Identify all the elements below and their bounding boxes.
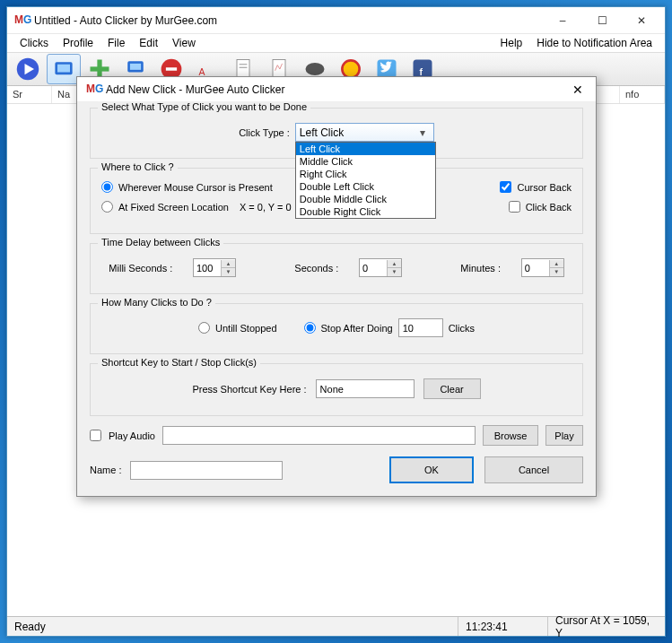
click-type-legend: Select What Type of Click you want to be… — [98, 101, 310, 112]
svg-rect-7 — [130, 64, 141, 70]
click-type-combo[interactable]: Left Click ▾ Left Click Middle Click Rig… — [295, 123, 434, 142]
audio-path-input[interactable] — [162, 426, 476, 445]
status-cursor: Cursor At X = 1059, Y — [548, 617, 665, 636]
click-back-check[interactable] — [509, 201, 520, 213]
svg-rect-5 — [91, 66, 109, 71]
where-cursor-radio[interactable] — [101, 181, 113, 193]
spin-up-icon[interactable]: ▲ — [387, 260, 401, 268]
menu-profile[interactable]: Profile — [56, 35, 100, 51]
browse-button[interactable]: Browse — [483, 425, 538, 446]
option-middle-click[interactable]: Middle Click — [296, 155, 435, 168]
s-input[interactable]: ▲▼ — [359, 258, 402, 277]
chevron-down-icon: ▾ — [415, 126, 430, 139]
svg-rect-3 — [57, 65, 70, 73]
count-group: How Many Clicks to Do ? Untill Stopped S… — [90, 303, 583, 354]
add-click-dialog: MG Add New Click - MurGee Auto Clicker ✕… — [76, 76, 597, 497]
spin-down-icon[interactable]: ▼ — [387, 268, 401, 276]
delay-legend: Time Delay between Clicks — [98, 237, 223, 248]
app-icon: MG — [14, 13, 29, 28]
option-left-click[interactable]: Left Click — [296, 143, 435, 155]
s-value[interactable] — [360, 263, 385, 274]
ms-label: Milli Seconds : — [109, 263, 172, 274]
svg-rect-11 — [237, 60, 249, 77]
option-double-middle[interactable]: Double Middle Click — [296, 193, 435, 205]
shortcut-legend: Shortcut Key to Start / Stop Click(s) — [98, 357, 260, 368]
shortcut-input[interactable] — [316, 379, 415, 398]
m-input[interactable]: ▲▼ — [521, 258, 564, 277]
m-value[interactable] — [522, 263, 547, 274]
dialog-titlebar[interactable]: MG Add New Click - MurGee Auto Clicker ✕ — [77, 77, 596, 102]
s-label: Seconds : — [294, 263, 338, 274]
where-legend: Where to Click ? — [98, 161, 178, 172]
statusbar: Ready 11:23:41 Cursor At X = 1059, Y — [7, 616, 665, 636]
cursor-back-label: Cursor Back — [517, 182, 572, 193]
menu-help[interactable]: Help — [493, 35, 530, 51]
clear-button[interactable]: Clear — [423, 378, 481, 399]
ok-button[interactable]: OK — [389, 456, 474, 483]
dialog-title: Add New Click - MurGee Auto Clicker — [106, 83, 565, 96]
where-fixed-radio[interactable] — [101, 201, 113, 213]
until-radio[interactable] — [198, 322, 210, 334]
name-label: Name : — [90, 465, 121, 475]
menu-view[interactable]: View — [165, 35, 203, 51]
play-button[interactable]: Play — [545, 425, 583, 446]
click-type-value: Left Click — [300, 126, 344, 139]
option-double-left[interactable]: Double Left Click — [296, 180, 435, 193]
titlebar[interactable]: MG Untitled - Auto Clicker by MurGee.com… — [7, 7, 665, 34]
play-icon[interactable] — [11, 54, 45, 84]
menu-edit[interactable]: Edit — [132, 35, 165, 51]
m-label: Minutes : — [460, 263, 501, 274]
spin-up-icon[interactable]: ▲ — [549, 260, 563, 268]
spin-down-icon[interactable]: ▼ — [221, 268, 235, 276]
spin-down-icon[interactable]: ▼ — [549, 268, 563, 276]
status-ready: Ready — [7, 617, 458, 636]
stop-after-radio[interactable] — [304, 322, 316, 334]
play-audio-check[interactable] — [90, 430, 101, 441]
col-nfo[interactable]: nfo — [620, 86, 665, 103]
click-count-input[interactable] — [398, 318, 443, 337]
close-button[interactable]: ✕ — [622, 8, 661, 33]
shortcut-group: Shortcut Key to Start / Stop Click(s) Pr… — [90, 363, 583, 416]
cancel-button[interactable]: Cancel — [484, 456, 583, 483]
delay-group: Time Delay between Clicks Milli Seconds … — [90, 243, 583, 294]
svg-point-15 — [306, 63, 325, 75]
name-input[interactable] — [130, 461, 283, 480]
click-type-dropdown: Left Click Middle Click Right Click Doub… — [295, 142, 436, 219]
maximize-button[interactable]: ☐ — [582, 8, 622, 33]
menubar: Clicks Profile File Edit View Help Hide … — [7, 34, 665, 52]
where-cursor-label: Wherever Mouse Cursor is Present — [118, 182, 273, 193]
option-right-click[interactable]: Right Click — [296, 168, 435, 180]
svg-rect-9 — [166, 67, 177, 71]
stop-after-label: Stop After Doing — [321, 323, 393, 334]
dialog-icon: MG — [86, 83, 100, 97]
where-xy: X = 0, Y = 0 — [240, 202, 292, 213]
click-type-group: Select What Type of Click you want to be… — [90, 108, 583, 159]
where-fixed-label: At Fixed Screen Location — [118, 202, 229, 213]
menu-clicks[interactable]: Clicks — [13, 35, 56, 51]
until-label: Untill Stopped — [215, 323, 277, 334]
option-double-right[interactable]: Double Right Click — [296, 205, 435, 218]
click-back-label: Click Back — [526, 202, 572, 213]
play-audio-label: Play Audio — [109, 430, 155, 441]
minimize-button[interactable]: – — [543, 8, 582, 33]
click-type-label: Click Type : — [239, 127, 290, 138]
window-title: Untitled - Auto Clicker by MurGee.com — [34, 14, 543, 27]
spin-up-icon[interactable]: ▲ — [221, 260, 235, 268]
col-sr[interactable]: Sr — [7, 86, 52, 103]
ms-value[interactable] — [194, 263, 219, 274]
cursor-back-check[interactable] — [500, 181, 511, 193]
status-time: 11:23:41 — [458, 617, 548, 636]
shortcut-label: Press Shortcut Key Here : — [192, 384, 306, 395]
dialog-close-button[interactable]: ✕ — [565, 79, 590, 100]
count-legend: How Many Clicks to Do ? — [98, 297, 215, 308]
ms-input[interactable]: ▲▼ — [193, 258, 236, 277]
clicks-label: Clicks — [449, 323, 475, 334]
menu-hide[interactable]: Hide to Notification Area — [529, 35, 659, 51]
menu-file[interactable]: File — [100, 35, 132, 51]
